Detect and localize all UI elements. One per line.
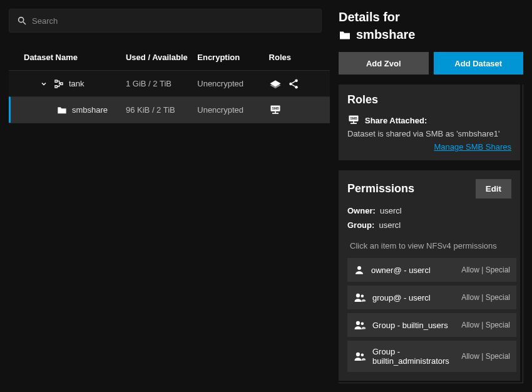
person-icon [354, 264, 365, 276]
add-zvol-button[interactable]: Add Zvol [339, 52, 429, 75]
dataset-row-smbshare[interactable]: smbshare 96 KiB / 2 TiB Unencrypted SMB [9, 96, 330, 123]
svg-rect-17 [353, 121, 354, 123]
search-box[interactable] [9, 9, 322, 33]
svg-point-21 [356, 321, 360, 325]
permissions-hint: Click an item to view NFSv4 permissions [347, 235, 511, 258]
edit-permissions-button[interactable]: Edit [476, 179, 511, 199]
perm-mode: Allow | Special [461, 293, 510, 302]
add-dataset-button[interactable]: Add Dataset [434, 52, 524, 75]
people-icon [354, 292, 366, 303]
svg-point-23 [356, 353, 360, 356]
svg-point-18 [357, 266, 361, 270]
permissions-card: Permissions Edit Owner: usercl Group: us… [339, 170, 520, 381]
details-title: Details for [339, 9, 523, 25]
svg-rect-13 [275, 111, 276, 113]
svg-point-20 [361, 294, 364, 297]
perm-row-builtin-users[interactable]: Group - builtin_users Allow | Special [347, 313, 516, 337]
system-dataset-icon [269, 79, 282, 89]
datasets-pane: Dataset Name Used / Available Encryption… [0, 0, 335, 392]
perm-name: group@ - usercl [372, 293, 431, 302]
pool-tree-icon [54, 79, 64, 89]
details-dataset: smbshare [339, 28, 523, 42]
svg-point-9 [295, 86, 298, 89]
share-icon [288, 78, 299, 90]
enc-tank: Unencrypted [197, 79, 269, 88]
smb-share-icon: SMB [269, 104, 282, 116]
svg-point-0 [19, 18, 24, 23]
dataset-name-smbshare: smbshare [72, 105, 108, 115]
share-desc: Dataset is shared via SMB as 'smbshare1' [347, 129, 511, 138]
details-pane: Details for smbshare Add Zvol Add Datase… [335, 0, 532, 392]
folder-icon [339, 30, 351, 40]
owner-value: usercl [380, 206, 402, 215]
svg-text:SMB: SMB [350, 116, 357, 120]
dataset-row-tank[interactable]: tank 1 GiB / 2 TiB Unencrypted [9, 70, 330, 96]
svg-point-8 [289, 82, 292, 85]
manage-smb-link[interactable]: Manage SMB Shares [347, 142, 511, 152]
svg-rect-4 [61, 83, 63, 85]
group-value: usercl [379, 220, 401, 230]
used-smbshare: 96 KiB / 2 TiB [126, 105, 197, 115]
group-label: Group: [347, 220, 374, 230]
col-header-name: Dataset Name [14, 53, 126, 62]
owner-label: Owner: [347, 206, 376, 215]
smb-badge-icon: SMB [347, 114, 360, 126]
svg-rect-2 [55, 80, 57, 82]
perm-mode: Allow | Special [461, 321, 510, 329]
svg-line-1 [23, 22, 26, 24]
search-input[interactable] [32, 16, 314, 26]
used-tank: 1 GiB / 2 TiB [126, 79, 197, 88]
table-header: Dataset Name Used / Available Encryption… [9, 44, 330, 70]
perm-mode: Allow | Special [461, 352, 510, 361]
svg-point-19 [356, 294, 360, 297]
roles-title: Roles [347, 93, 511, 106]
details-dataset-name: smbshare [356, 28, 416, 42]
svg-point-7 [295, 79, 298, 82]
roles-card: Roles SMB Share Attached: Dataset is sha… [339, 85, 520, 160]
people-icon [354, 351, 366, 362]
col-header-encryption: Encryption [197, 53, 269, 62]
folder-icon [57, 106, 67, 115]
svg-rect-3 [55, 85, 57, 87]
svg-point-24 [361, 353, 364, 356]
table-bottom-border [9, 123, 330, 123]
details-scroll[interactable]: Roles SMB Share Attached: Dataset is sha… [339, 85, 523, 383]
dataset-name-tank: tank [69, 79, 84, 88]
perm-name: Group - builtin_administrators [372, 347, 461, 366]
col-header-roles: Roles [269, 53, 325, 62]
search-icon [17, 16, 27, 26]
people-icon [354, 319, 366, 331]
enc-smbshare: Unencrypted [197, 105, 269, 115]
chevron-down-icon[interactable] [39, 80, 49, 88]
col-header-used: Used / Available [126, 53, 197, 62]
perm-row-builtin-admins[interactable]: Group - builtin_administrators Allow | S… [347, 341, 516, 372]
share-attached-label: Share Attached: [365, 116, 427, 125]
perm-row-group[interactable]: group@ - usercl Allow | Special [347, 286, 516, 309]
perm-name: Group - builtin_users [372, 321, 448, 330]
svg-text:SMB: SMB [272, 106, 279, 110]
svg-point-22 [361, 322, 364, 325]
permissions-title: Permissions [347, 182, 414, 195]
perm-name: owner@ - usercl [371, 266, 431, 275]
perm-mode: Allow | Special [461, 266, 510, 274]
perm-row-owner[interactable]: owner@ - usercl Allow | Special [347, 258, 516, 282]
